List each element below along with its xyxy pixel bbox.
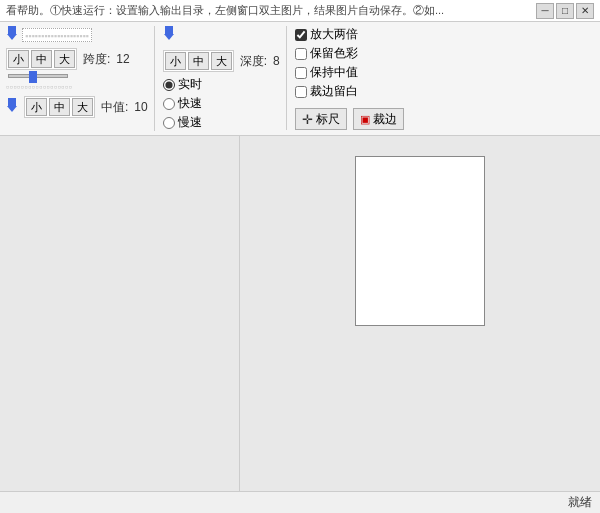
ruler-button[interactable]: ✛ 标尺 [295, 108, 347, 130]
radio-fast[interactable]: 快速 [163, 95, 280, 112]
median-mid-btn[interactable]: 中 [49, 98, 70, 116]
size-group-width: 小 中 大 [6, 48, 77, 70]
depth-value: 8 [273, 54, 280, 68]
blue-arrow-indicator2 [6, 98, 18, 116]
close-button[interactable]: ✕ [576, 3, 594, 19]
main-content [0, 136, 600, 491]
check-double[interactable]: 放大两倍 [295, 26, 404, 43]
check-median[interactable]: 保持中值 [295, 64, 404, 81]
depth-large-btn[interactable]: 大 [211, 52, 232, 70]
median-row: 小 中 大 中值: 10 [6, 96, 148, 118]
right-controls: 放大两倍 保留色彩 保持中值 裁边留白 ✛ 标 [286, 26, 404, 130]
width-slider[interactable] [8, 74, 68, 78]
depth-row: 小 中 大 深度: 8 [163, 50, 280, 72]
size-row: 小 中 大 跨度: 12 [6, 48, 148, 70]
dotted-label: ▫ ▫ ▫ ▫ ▫ ▫ ▫ ▫ ▫ ▫ ▫ ▫ ▫ ▫ ▫ ▫ ▫ ▫ [6, 82, 116, 92]
median-large-btn[interactable]: 大 [72, 98, 93, 116]
left-panel[interactable] [0, 136, 240, 491]
window-controls: ─ □ ✕ [536, 3, 594, 19]
title-text: 看帮助。①快速运行：设置输入输出目录，左侧窗口双主图片，结果图片自动保存。②如.… [6, 3, 536, 18]
size-group-depth: 小 中 大 [163, 50, 234, 72]
slider-row [6, 74, 148, 78]
depth-label: 深度: [240, 53, 267, 70]
minimize-button[interactable]: ─ [536, 3, 554, 19]
toolbar: ▪▪▪▪▪▪▪▪▪▪▪▪▪▪▪▪▪▪▪▪ 小 中 大 跨度: 12 [0, 22, 600, 136]
left-controls: ▪▪▪▪▪▪▪▪▪▪▪▪▪▪▪▪▪▪▪▪ 小 中 大 跨度: 12 [6, 26, 148, 118]
ruler-icon: ✛ [302, 112, 313, 127]
size-mid-btn[interactable]: 中 [31, 50, 52, 68]
right-panel [240, 136, 600, 491]
size-large-btn[interactable]: 大 [54, 50, 75, 68]
checkbox-group: 放大两倍 保留色彩 保持中值 裁边留白 [295, 26, 404, 100]
check-color[interactable]: 保留色彩 [295, 45, 404, 62]
blue-arrow-indicator [6, 26, 18, 44]
blue-arrow-indicator3 [163, 26, 175, 44]
maximize-button[interactable]: □ [556, 3, 574, 19]
width-value: 12 [116, 52, 129, 66]
radio-group: 实时 快速 慢速 [163, 76, 280, 131]
width-label: 跨度: [83, 51, 110, 68]
median-value: 10 [134, 100, 147, 114]
radio-realtime[interactable]: 实时 [163, 76, 280, 93]
title-bar: 看帮助。①快速运行：设置输入输出目录，左侧窗口双主图片，结果图片自动保存。②如.… [0, 0, 600, 22]
status-bar: 就绪 [0, 491, 600, 513]
crop-button[interactable]: ▣ 裁边 [353, 108, 404, 130]
fe-label: ▪▪▪▪▪▪▪▪▪▪▪▪▪▪▪▪▪▪▪▪ [22, 28, 92, 42]
size-small-btn[interactable]: 小 [8, 50, 29, 68]
depth-mid-btn[interactable]: 中 [188, 52, 209, 70]
toolbar-top: ▪▪▪▪▪▪▪▪▪▪▪▪▪▪▪▪▪▪▪▪ 小 中 大 跨度: 12 [6, 26, 594, 131]
radio-slow[interactable]: 慢速 [163, 114, 280, 131]
check-crop[interactable]: 裁边留白 [295, 83, 404, 100]
median-label: 中值: [101, 99, 128, 116]
crop-icon: ▣ [360, 113, 370, 126]
depth-small-btn[interactable]: 小 [165, 52, 186, 70]
preview-image-box [355, 156, 485, 326]
mid-controls: 小 中 大 深度: 8 实时 快速 慢速 [154, 26, 280, 131]
size-group-median: 小 中 大 [24, 96, 95, 118]
status-text: 就绪 [568, 494, 592, 511]
median-small-btn[interactable]: 小 [26, 98, 47, 116]
